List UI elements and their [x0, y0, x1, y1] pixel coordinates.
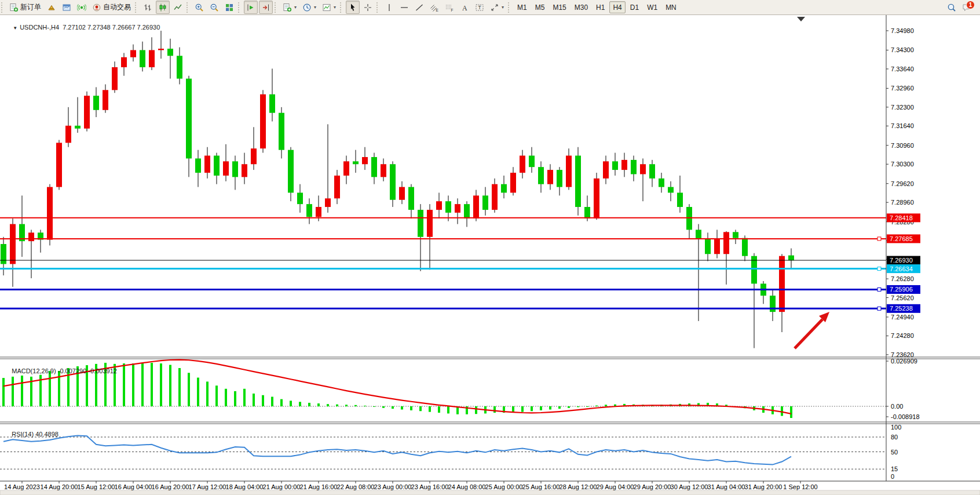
tf-m30[interactable]: M30 [571, 1, 591, 13]
candle-bearish [464, 204, 470, 219]
time-axis-label: 31 Aug 04:00 [708, 483, 745, 490]
tf-w1[interactable]: W1 [643, 1, 661, 13]
trendline-button[interactable] [412, 1, 426, 14]
candle-bearish [288, 150, 294, 193]
new-order-icon [9, 3, 19, 12]
tf-m1[interactable]: M1 [514, 1, 531, 13]
status-strip [0, 490, 980, 495]
text-button[interactable]: A [458, 1, 471, 14]
candle-bullish [520, 155, 525, 173]
tf-d1[interactable]: D1 [627, 1, 642, 13]
auto-scroll-button[interactable] [244, 1, 258, 14]
macd-bar [336, 405, 338, 406]
indicators-button[interactable]: ▾ [280, 1, 299, 14]
tf-m5[interactable]: M5 [532, 1, 548, 13]
candle-bullish [436, 201, 442, 210]
text-label-button[interactable]: T [473, 1, 487, 14]
candle-bullish [640, 164, 646, 174]
macd-axis-label: 0.026909 [891, 358, 917, 365]
macd-bar [558, 406, 561, 409]
macd-bar [280, 399, 283, 406]
dropdown-arrow-icon[interactable]: ▾ [294, 5, 297, 10]
candle-bullish [158, 49, 164, 50]
tf-h4[interactable]: H4 [609, 1, 625, 13]
history-center-button[interactable] [45, 1, 58, 14]
candle-bearish [214, 155, 220, 175]
candle-bullish [473, 195, 479, 218]
autotrade-button[interactable]: 自动交易 [90, 1, 133, 14]
chart-shift-button[interactable] [259, 1, 273, 14]
svg-text:A: A [462, 3, 467, 12]
chat-button[interactable]: 1 [960, 1, 974, 14]
horizontal-line-button[interactable] [397, 1, 411, 14]
candle-bullish [334, 176, 340, 198]
vertical-line-button[interactable] [382, 1, 396, 14]
fibonacci-button[interactable]: E [427, 1, 441, 14]
candle-bearish [353, 161, 359, 164]
macd-bar [549, 406, 551, 410]
dropdown-arrow-icon[interactable]: ▾ [334, 5, 336, 10]
toolbar-group-scroll [237, 0, 273, 14]
support-line-cyan-handle[interactable] [877, 267, 881, 271]
tf-m15[interactable]: M15 [549, 1, 569, 13]
rsi-axis-label: 80 [891, 434, 898, 441]
search-button[interactable] [945, 1, 959, 14]
time-axis-label: 16 Aug 20:00 [152, 483, 189, 490]
rsi-axis-label: 15 [891, 465, 898, 472]
toolbar-group-trade: 新订单自动交易 [0, 0, 134, 14]
candle-bullish [455, 204, 460, 213]
templates-button[interactable]: ▾ [320, 1, 338, 14]
signal-icon [77, 3, 86, 12]
candle-bearish [584, 207, 590, 219]
support-line-blue-1-handle[interactable] [877, 287, 881, 291]
macd-bar [290, 401, 292, 406]
macd-bar [345, 405, 348, 406]
chart-menu-arrow-icon[interactable]: ▼ [13, 26, 17, 31]
support-line-blue-2-handle[interactable] [877, 307, 881, 310]
line-chart-button[interactable] [171, 1, 185, 14]
chart-window[interactable]: ▼USDCNH-,H4 7.27102 7.27348 7.26667 7.26… [0, 15, 980, 495]
candle-bullish [381, 164, 386, 177]
tf-mn[interactable]: MN [662, 1, 680, 13]
dropdown-arrow-icon[interactable]: ▾ [502, 5, 504, 10]
resistance-line-2-handle[interactable] [877, 237, 881, 241]
chart-symbol-period: USDCNH-,H4 [20, 24, 59, 31]
periods-button[interactable]: ▾ [300, 1, 319, 14]
macd-bar [178, 368, 181, 406]
candle-bullish [10, 224, 16, 264]
fibo-expansion-button[interactable]: F [443, 1, 456, 14]
ohlc-bars-button[interactable] [141, 1, 155, 14]
candle-bullish [130, 50, 136, 57]
macd-axis-label: 0.00 [891, 403, 903, 410]
price-badge-text: 7.25906 [890, 286, 913, 293]
time-axis-label: 30 Aug 12:00 [671, 483, 708, 490]
arrows-button[interactable]: ▾ [488, 1, 506, 14]
notification-badge: 1 [966, 1, 975, 9]
candle-bearish [705, 238, 711, 254]
candle-bullish [149, 50, 155, 67]
crosshair-button[interactable] [361, 1, 375, 14]
dropdown-arrow-icon[interactable]: ▾ [314, 5, 316, 10]
tile-windows-button[interactable] [222, 1, 236, 14]
macd-bar [299, 402, 301, 406]
time-axis-label: 29 Aug 20:00 [634, 483, 671, 490]
macd-bar [419, 406, 422, 411]
window-icon [62, 3, 71, 12]
time-axis-label: 31 Aug 20:00 [745, 483, 782, 490]
price-chart-canvas[interactable]: 7.349807.343007.336407.329607.323007.316… [0, 15, 980, 495]
cursor-button[interactable] [346, 1, 360, 14]
price-axis-label: 7.33640 [891, 65, 914, 72]
signals-button[interactable] [75, 1, 89, 14]
candlestick-button[interactable] [156, 1, 170, 14]
profiles-button[interactable] [60, 1, 74, 14]
candle-bearish [75, 126, 81, 129]
price-axis-label: 7.32960 [891, 85, 914, 92]
tf-d1-label: D1 [630, 3, 639, 12]
tf-h1[interactable]: H1 [593, 1, 608, 13]
new-order-button[interactable]: 新订单 [7, 1, 43, 14]
zoom-in-button[interactable] [192, 1, 206, 14]
candle-bullish [47, 187, 53, 240]
time-axis-label: 21 Aug 00:00 [263, 483, 301, 490]
chartshift-icon [261, 3, 270, 12]
zoom-out-button[interactable] [207, 1, 221, 14]
